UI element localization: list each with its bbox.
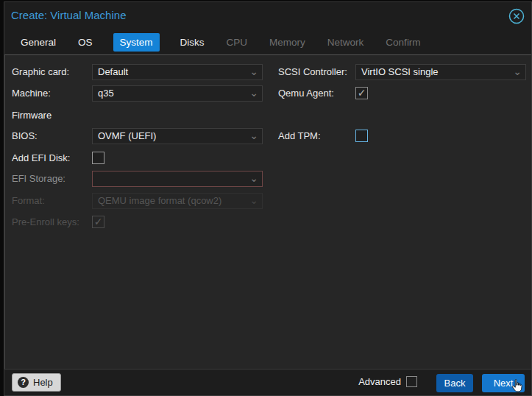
scsi-controller-value: VirtIO SCSI single [361, 66, 439, 77]
help-button[interactable]: ? Help [12, 373, 61, 392]
chevron-down-icon: ⌄ [249, 129, 258, 142]
close-icon[interactable] [508, 7, 525, 25]
format-value: QEMU image format (qcow2) [98, 195, 221, 206]
advanced-label: Advanced [358, 376, 401, 387]
bios-select[interactable]: OVMF (UEFI) ⌄ [92, 128, 263, 144]
chevron-down-icon: ⌄ [249, 194, 258, 207]
question-mark-icon: ? [18, 377, 29, 388]
dialog-title: Create: Virtual Machine [11, 9, 126, 21]
tab-system[interactable]: System [113, 33, 160, 52]
add-tpm-checkbox[interactable] [355, 130, 368, 142]
pre-enroll-keys-label: Pre-Enroll keys: [12, 214, 79, 230]
tab-cpu: CPU [225, 33, 249, 52]
scsi-controller-label: SCSI Controller: [278, 64, 347, 80]
advanced-option: Advanced [358, 376, 417, 387]
dialog-header: Create: Virtual Machine [4, 2, 531, 30]
screen: Create: Virtual Machine General OS Syste… [0, 0, 532, 396]
machine-value: q35 [98, 88, 114, 99]
machine-select[interactable]: q35 ⌄ [92, 85, 263, 102]
qemu-agent-label: Qemu Agent: [278, 85, 334, 102]
efi-storage-label: EFI Storage: [12, 171, 65, 187]
add-efi-disk-checkbox[interactable] [92, 152, 104, 164]
bios-label: BIOS: [12, 128, 38, 144]
chevron-down-icon: ⌄ [249, 65, 258, 78]
tab-network: Network [326, 33, 366, 52]
tab-general[interactable]: General [19, 33, 57, 52]
tab-os[interactable]: OS [77, 33, 94, 52]
add-tpm-label: Add TPM: [278, 128, 321, 144]
machine-label: Machine: [12, 85, 51, 102]
graphic-card-label: Graphic card: [12, 64, 69, 80]
chevron-down-icon: ⌄ [249, 172, 258, 185]
tab-confirm: Confirm [384, 33, 422, 52]
pre-enroll-keys-checkbox: ✓ [92, 216, 104, 228]
system-form: Graphic card: Default ⌄ Machine: q35 ⌄ F… [4, 54, 531, 372]
help-button-label: Help [33, 377, 53, 388]
next-button[interactable]: Next [482, 374, 525, 392]
create-vm-dialog: Create: Virtual Machine General OS Syste… [4, 1, 532, 396]
bios-value: OVMF (UEFI) [98, 130, 156, 141]
format-select: QEMU image format (qcow2) ⌄ [92, 193, 263, 209]
checkmark-icon: ✓ [94, 216, 103, 227]
firmware-heading: Firmware [12, 109, 52, 122]
chevron-down-icon: ⌄ [513, 65, 522, 78]
back-button[interactable]: Back [436, 374, 473, 392]
qemu-agent-checkbox[interactable]: ✓ [355, 87, 368, 99]
tab-disks[interactable]: Disks [179, 33, 206, 52]
checkmark-icon: ✓ [358, 87, 366, 99]
wizard-tabs: General OS System Disks CPU Memory Netwo… [4, 30, 531, 54]
dialog-footer: ? Help Advanced Back Next [4, 369, 531, 395]
chevron-down-icon: ⌄ [249, 86, 258, 99]
scsi-controller-select[interactable]: VirtIO SCSI single ⌄ [355, 64, 526, 80]
graphic-card-select[interactable]: Default ⌄ [92, 64, 263, 80]
tab-memory: Memory [268, 33, 307, 52]
graphic-card-value: Default [98, 66, 128, 77]
add-efi-disk-label: Add EFI Disk: [12, 150, 70, 166]
efi-storage-select[interactable]: ⌄ [92, 171, 263, 187]
advanced-checkbox[interactable] [406, 376, 417, 387]
format-label: Format: [12, 193, 45, 209]
